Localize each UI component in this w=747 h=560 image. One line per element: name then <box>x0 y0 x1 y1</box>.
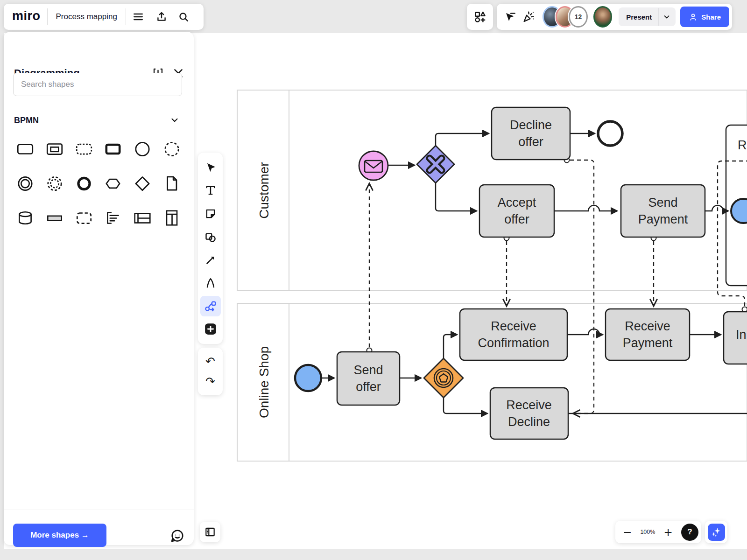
shape-call-activity[interactable] <box>99 139 128 159</box>
task-label: offer <box>356 380 381 394</box>
shape-start-event[interactable] <box>128 139 157 159</box>
message-event[interactable] <box>359 151 388 180</box>
shape-text-annotation[interactable] <box>99 208 128 228</box>
creation-toolbar <box>198 153 223 344</box>
tool-connector[interactable] <box>200 250 221 270</box>
sticky-note-icon <box>204 208 217 220</box>
diagramming-icon <box>204 300 217 313</box>
task-label: Accept <box>498 196 536 210</box>
tool-pen[interactable] <box>200 273 221 293</box>
task-label: offer <box>518 135 543 149</box>
task-label: Confirmation <box>478 336 549 350</box>
task-label: Send <box>648 196 677 210</box>
task-send-offer[interactable]: Send offer <box>337 352 400 405</box>
shape-end-event[interactable] <box>69 173 99 194</box>
history-toolbar: ↶ ↷ <box>198 348 223 395</box>
shape-dashed-intermediate-event[interactable] <box>40 173 70 194</box>
avatar[interactable] <box>593 6 612 28</box>
zoom-level[interactable]: 100% <box>640 529 655 535</box>
shape-data-store[interactable] <box>11 208 40 228</box>
task-receive-confirmation[interactable]: Receive Confirmation <box>460 309 567 360</box>
present-label: Present <box>626 13 652 21</box>
tool-shapes[interactable] <box>200 226 221 247</box>
present-button[interactable]: Present <box>619 7 676 26</box>
section-collapse-button[interactable] <box>169 115 180 125</box>
hide-cursors-button[interactable] <box>501 7 518 27</box>
task-partial-right[interactable]: In <box>724 312 747 364</box>
miro-logo[interactable]: miro <box>12 9 41 23</box>
plus-icon <box>204 322 218 336</box>
ai-assist-button[interactable] <box>708 524 725 541</box>
panel-footer: More shapes → <box>4 510 194 545</box>
ai-assist-card <box>705 521 727 543</box>
task-label: Payment <box>623 336 673 350</box>
chevron-down-icon <box>169 115 180 125</box>
feedback-smiley-icon <box>169 528 185 544</box>
tool-select[interactable] <box>200 157 221 178</box>
panel-toggle-button[interactable] <box>200 522 220 542</box>
bpmn-shape-grid <box>11 139 186 228</box>
search-icon <box>178 11 190 23</box>
task-label: offer <box>504 212 529 226</box>
shape-lane[interactable] <box>40 208 70 228</box>
task-receive-decline[interactable]: Receive Decline <box>490 388 568 439</box>
shape-vertical-pool[interactable] <box>157 208 186 228</box>
shape-group[interactable] <box>69 208 99 228</box>
person-icon <box>689 13 698 21</box>
collaborator-count-badge[interactable]: 12 <box>569 6 587 28</box>
reactions-button[interactable] <box>520 7 537 27</box>
more-shapes-button[interactable]: More shapes → <box>13 524 106 547</box>
frames-icon <box>473 10 486 23</box>
intermediate-event-blue[interactable] <box>731 199 747 223</box>
board-title[interactable]: Process mapping <box>48 12 126 21</box>
diagramming-panel: Diagramming BPMN More s <box>4 32 194 545</box>
start-event[interactable] <box>295 365 321 391</box>
help-button[interactable]: ? <box>681 524 698 541</box>
collaboration-bar: 12 Present Share <box>497 4 732 30</box>
shape-event-subprocess[interactable] <box>69 139 99 159</box>
pool-customer-label: Customer <box>257 162 271 218</box>
pen-icon <box>204 277 217 289</box>
task-label: Receive <box>491 319 536 333</box>
text-icon <box>204 184 217 196</box>
panel-toggle-icon <box>204 526 216 538</box>
shape-task[interactable] <box>11 139 40 159</box>
reactions-icon <box>522 10 535 23</box>
collaborator-cursor-icon <box>504 11 516 23</box>
shape-intermediate-event[interactable] <box>11 173 40 194</box>
task-accept-offer[interactable]: Accept offer <box>479 185 554 237</box>
feedback-button[interactable] <box>169 527 186 545</box>
miro-app: Customer Online Shop R <box>0 0 747 560</box>
export-button[interactable] <box>152 7 171 26</box>
task-decline-offer[interactable]: Decline offer <box>492 107 570 160</box>
redo-button[interactable]: ↷ <box>205 376 215 387</box>
search-shapes-input[interactable] <box>13 73 182 96</box>
tool-text[interactable] <box>200 180 221 201</box>
cursor-icon <box>204 161 217 174</box>
main-menu-button[interactable] <box>129 7 148 26</box>
export-icon <box>155 11 168 23</box>
task-receive-payment[interactable]: Receive Payment <box>606 309 690 360</box>
bpmn-section-header[interactable]: BPMN <box>14 116 39 126</box>
share-button[interactable]: Share <box>680 7 729 27</box>
end-event[interactable] <box>598 121 622 146</box>
search-button[interactable] <box>175 7 193 26</box>
main-toolbar: miro Process mapping <box>4 4 204 30</box>
tool-sticky-note[interactable] <box>200 203 221 224</box>
shape-subprocess[interactable] <box>40 139 70 159</box>
shape-hexagon[interactable] <box>99 173 128 194</box>
frames-button[interactable] <box>467 4 493 30</box>
partial-container-label: R <box>738 138 747 152</box>
zoom-in-button[interactable]: + <box>664 527 673 538</box>
divider <box>658 8 659 26</box>
undo-button[interactable]: ↶ <box>205 356 215 367</box>
chevron-down-icon <box>662 13 671 21</box>
shape-data-object[interactable] <box>157 173 186 194</box>
tool-diagramming[interactable] <box>200 296 221 316</box>
shape-horizontal-pool[interactable] <box>128 208 157 228</box>
shape-dashed-event[interactable] <box>157 139 186 159</box>
shape-gateway[interactable] <box>128 173 157 194</box>
zoom-out-button[interactable]: − <box>623 527 632 538</box>
task-send-payment[interactable]: Send Payment <box>621 185 705 237</box>
tool-more[interactable] <box>200 319 221 339</box>
